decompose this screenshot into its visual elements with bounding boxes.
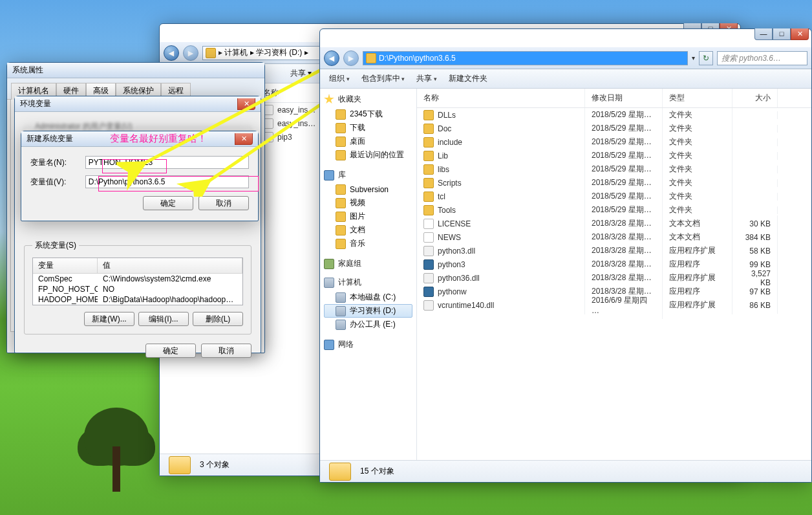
col-variable[interactable]: 变量 bbox=[33, 258, 98, 273]
forward-button[interactable]: ► bbox=[343, 50, 359, 66]
ok-button[interactable]: 确定 bbox=[145, 344, 196, 358]
col-date[interactable]: 修改日期 bbox=[585, 89, 663, 107]
sysvar-row[interactable]: JAVA_HOMED:\BigData\JavaSE\JDK8 bbox=[33, 305, 242, 305]
back-button[interactable]: ◄ bbox=[164, 45, 179, 61]
sysvar-row[interactable]: FP_NO_HOST_C…NO bbox=[33, 284, 242, 294]
organize-menu[interactable]: 组织 bbox=[329, 73, 350, 84]
py-icon bbox=[423, 287, 434, 297]
highlight-var-name bbox=[102, 159, 167, 173]
nav-item[interactable]: 办公工具 (E:) bbox=[324, 318, 412, 331]
nav-item[interactable]: 视频 bbox=[324, 196, 412, 210]
col-type[interactable]: 类型 bbox=[663, 89, 732, 107]
cancel-button[interactable]: 取消 bbox=[201, 344, 251, 358]
titlebar: 环境变量 ✕ bbox=[15, 96, 261, 112]
minimize-button[interactable]: — bbox=[754, 28, 773, 40]
libraries-header[interactable]: 库 bbox=[324, 170, 412, 181]
include-menu[interactable]: 包含到库中 bbox=[361, 73, 405, 84]
highlight-var-value bbox=[98, 176, 259, 192]
col-name[interactable]: 名称 bbox=[417, 89, 585, 107]
nav-row: ◄ ► D:\Python\python3.6.5 ▾ ↻ 搜索 python3… bbox=[320, 47, 811, 69]
address-bar[interactable]: D:\Python\python3.6.5 bbox=[363, 51, 688, 65]
folder-icon bbox=[423, 110, 434, 120]
star-icon bbox=[324, 94, 334, 105]
col-size[interactable]: 大小 bbox=[732, 89, 778, 107]
nav-item[interactable]: 图片 bbox=[324, 210, 412, 223]
homegroup-icon bbox=[324, 259, 334, 269]
nav-item[interactable]: 音乐 bbox=[324, 237, 412, 250]
var-value-label: 变量值(V): bbox=[30, 177, 74, 188]
address-text: D:\Python\python3.6.5 bbox=[379, 54, 456, 63]
file-icon bbox=[423, 219, 434, 229]
libraries-icon bbox=[324, 170, 334, 181]
folder-icon bbox=[336, 184, 346, 195]
explorer-window: — □ ✕ ◄ ► D:\Python\python3.6.5 ▾ ↻ 搜索 p… bbox=[319, 28, 812, 483]
folder-icon bbox=[423, 192, 434, 202]
folder-icon bbox=[336, 292, 346, 303]
nav-item[interactable]: 2345下载 bbox=[324, 107, 412, 121]
network-icon bbox=[324, 340, 334, 350]
close-button[interactable]: ✕ bbox=[235, 133, 253, 145]
var-name-label: 变量名(N): bbox=[30, 157, 74, 168]
folder-icon bbox=[336, 123, 346, 133]
system-vars-table[interactable]: 变量值 ComSpecC:\Windows\system32\cmd.exeFP… bbox=[32, 258, 243, 305]
share-menu[interactable]: 共享 ▾ bbox=[290, 68, 312, 79]
dll-icon bbox=[423, 246, 434, 256]
ok-button[interactable]: 确定 bbox=[143, 196, 193, 210]
new-sysvar-button[interactable]: 新建(W)... bbox=[84, 312, 134, 326]
sysvar-row[interactable]: ComSpecC:\Windows\system32\cmd.exe bbox=[33, 274, 242, 284]
folder-icon bbox=[423, 205, 434, 215]
computer-header[interactable]: 计算机 bbox=[324, 277, 412, 288]
file-row[interactable]: vcruntime140.dll2016/6/9 星期四 …应用程序扩展86 K… bbox=[417, 298, 811, 312]
new-folder-button[interactable]: 新建文件夹 bbox=[449, 73, 487, 84]
glass-header bbox=[320, 29, 811, 47]
status-text: 3 个对象 bbox=[200, 459, 230, 470]
system-vars-legend: 系统变量(S) bbox=[32, 240, 79, 251]
dll-icon bbox=[423, 300, 434, 311]
breadcrumb[interactable]: ▸ 计算机 ▸ 学习资料 (D:) ▸ bbox=[219, 47, 308, 58]
folder-icon bbox=[423, 151, 434, 161]
search-input[interactable]: 搜索 python3.6… bbox=[717, 51, 807, 65]
close-button[interactable]: ✕ bbox=[791, 28, 809, 40]
nav-item[interactable]: Subversion bbox=[324, 183, 412, 196]
nav-item[interactable]: 学习资料 (D:) bbox=[324, 304, 412, 318]
network-header[interactable]: 网络 bbox=[324, 339, 412, 350]
maximize-button[interactable]: □ bbox=[773, 28, 791, 40]
refresh-button[interactable]: ↻ bbox=[699, 51, 713, 65]
nav-item[interactable]: 最近访问的位置 bbox=[324, 148, 412, 162]
folder-icon bbox=[206, 48, 216, 58]
cancel-button[interactable]: 取消 bbox=[198, 196, 249, 210]
annotation-text: 变量名最好别重复哈！ bbox=[110, 133, 207, 145]
column-headers: 名称 修改日期 类型 大小 bbox=[417, 89, 811, 108]
sysvar-row[interactable]: HADOOP_HOMED:\BigData\Hadoop\hadoop\hado… bbox=[33, 294, 242, 305]
py-icon bbox=[423, 259, 434, 270]
folder-icon bbox=[423, 137, 434, 148]
folder-icon bbox=[336, 320, 346, 330]
delete-sysvar-button[interactable]: 删除(L) bbox=[193, 312, 243, 326]
folder-icon bbox=[336, 150, 346, 160]
folder-icon bbox=[169, 456, 191, 474]
col-value[interactable]: 值 bbox=[98, 258, 242, 273]
forward-button[interactable]: ► bbox=[183, 45, 198, 61]
nav-item[interactable]: 本地磁盘 (C:) bbox=[324, 290, 412, 304]
nav-item[interactable]: 下载 bbox=[324, 121, 412, 135]
close-button[interactable]: ✕ bbox=[237, 98, 255, 110]
status-bar: 15 个对象 bbox=[320, 460, 811, 482]
homegroup-header[interactable]: 家庭组 bbox=[324, 258, 412, 269]
folder-icon bbox=[336, 225, 346, 236]
computer-icon bbox=[324, 278, 334, 288]
folder-icon bbox=[336, 239, 346, 249]
back-button[interactable]: ◄ bbox=[324, 50, 339, 66]
nav-item[interactable]: 文档 bbox=[324, 223, 412, 237]
folder-icon bbox=[336, 109, 346, 120]
file-list[interactable]: 名称 修改日期 类型 大小 DLLs2018/5/29 星期…文件夹Doc201… bbox=[417, 89, 811, 460]
share-menu[interactable]: 共享 bbox=[416, 73, 437, 84]
folder-icon bbox=[336, 306, 346, 316]
folder-icon bbox=[336, 212, 346, 222]
edit-sysvar-button[interactable]: 编辑(I)... bbox=[138, 312, 189, 326]
folder-icon bbox=[423, 178, 434, 188]
favorites-header[interactable]: 收藏夹 bbox=[324, 94, 412, 105]
nav-item[interactable]: 桌面 bbox=[324, 135, 412, 148]
navigation-pane[interactable]: 收藏夹 2345下载下载桌面最近访问的位置 库 Subversion视频图片文档… bbox=[320, 89, 417, 460]
folder-icon bbox=[423, 164, 434, 175]
file-icon bbox=[423, 232, 434, 243]
